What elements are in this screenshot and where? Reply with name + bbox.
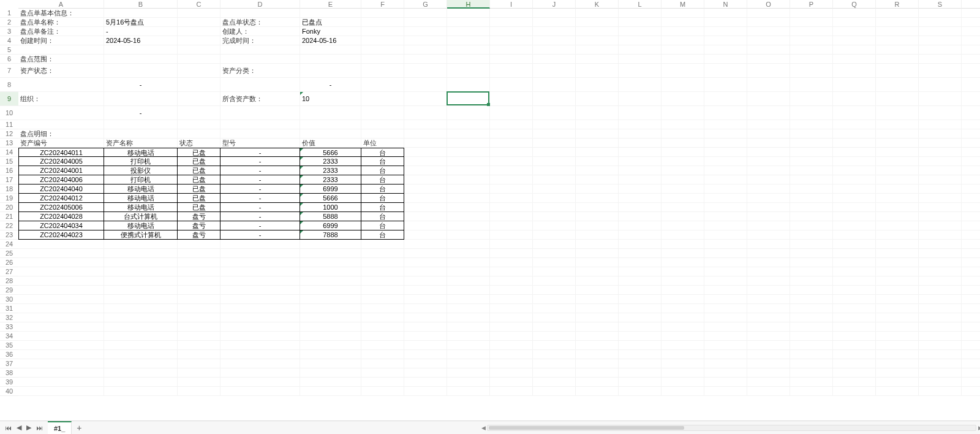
- cell-model[interactable]: -: [221, 230, 300, 240]
- cell-J[interactable]: [533, 55, 576, 64]
- cell-G[interactable]: [404, 295, 447, 304]
- cell-T[interactable]: [962, 203, 980, 212]
- cell-G[interactable]: [404, 258, 447, 267]
- cell-status[interactable]: 盘亏: [178, 230, 221, 240]
- cell-L[interactable]: [619, 92, 662, 106]
- cell-S[interactable]: [919, 276, 962, 286]
- cell-name[interactable]: 移动电话: [104, 203, 178, 212]
- cell-N[interactable]: [704, 368, 747, 378]
- cell-P[interactable]: [790, 139, 833, 148]
- row-header-9[interactable]: 9: [0, 92, 18, 106]
- cell-O[interactable]: [747, 55, 790, 64]
- cell-F[interactable]: [361, 249, 404, 258]
- cell-O[interactable]: [747, 258, 790, 267]
- cell-K[interactable]: [576, 148, 619, 157]
- cell-value[interactable]: 5666: [300, 148, 361, 157]
- cell-I[interactable]: [490, 221, 533, 230]
- cell-L[interactable]: [619, 185, 662, 194]
- cell-A[interactable]: [18, 45, 104, 55]
- cell-N[interactable]: [704, 258, 747, 267]
- cell-R[interactable]: [876, 27, 919, 36]
- cell-C[interactable]: [178, 64, 221, 78]
- cell-E[interactable]: [300, 359, 361, 368]
- cell-H[interactable]: [447, 166, 490, 175]
- cell-A[interactable]: [18, 322, 104, 332]
- row-header-15[interactable]: 15: [0, 157, 18, 166]
- row-header-5[interactable]: 5: [0, 45, 18, 55]
- cell-name[interactable]: 移动电话: [104, 221, 178, 230]
- cell-Q[interactable]: [833, 36, 876, 45]
- cell-R[interactable]: [876, 249, 919, 258]
- cell-R[interactable]: [876, 258, 919, 267]
- cell-R[interactable]: [876, 267, 919, 276]
- cell-I[interactable]: [490, 148, 533, 157]
- cell-G[interactable]: [404, 78, 447, 92]
- cell-L[interactable]: [619, 45, 662, 55]
- cell-L[interactable]: [619, 18, 662, 27]
- cell-Q[interactable]: [833, 359, 876, 368]
- cell-C[interactable]: [178, 341, 221, 350]
- cell-model[interactable]: -: [221, 185, 300, 194]
- cell-B[interactable]: [104, 276, 178, 286]
- cell-B[interactable]: [104, 55, 178, 64]
- cell-id[interactable]: ZC202404005: [18, 157, 104, 166]
- col-header-B[interactable]: B: [104, 0, 178, 9]
- cell-name[interactable]: 台式计算机: [104, 212, 178, 221]
- cell-F[interactable]: [361, 322, 404, 332]
- cell-E[interactable]: [300, 267, 361, 276]
- cell-P[interactable]: [790, 378, 833, 387]
- cell-R[interactable]: [876, 175, 919, 185]
- cell-N[interactable]: [704, 55, 747, 64]
- cell-Q[interactable]: [833, 387, 876, 396]
- cell-K[interactable]: [576, 368, 619, 378]
- cell-G[interactable]: [404, 148, 447, 157]
- cell-J[interactable]: [533, 92, 576, 106]
- cell-S[interactable]: [919, 341, 962, 350]
- cell-Q[interactable]: [833, 221, 876, 230]
- cell-F[interactable]: [361, 27, 404, 36]
- cell-G[interactable]: [404, 212, 447, 221]
- cell-R[interactable]: [876, 387, 919, 396]
- cell-G[interactable]: [404, 387, 447, 396]
- cell-I[interactable]: [490, 276, 533, 286]
- cell-id[interactable]: ZC202404023: [18, 230, 104, 240]
- cell-T[interactable]: [962, 322, 980, 332]
- cell-T[interactable]: [962, 258, 980, 267]
- col-header-P[interactable]: P: [790, 0, 833, 9]
- cell-E[interactable]: [300, 304, 361, 313]
- row-header-2[interactable]: 2: [0, 18, 18, 27]
- cell-I[interactable]: [490, 295, 533, 304]
- cell-H[interactable]: [447, 341, 490, 350]
- cell-R[interactable]: [876, 194, 919, 203]
- name-value[interactable]: 5月16号盘点: [104, 18, 178, 27]
- cell-K[interactable]: [576, 378, 619, 387]
- cell-S[interactable]: [919, 92, 962, 106]
- cell-N[interactable]: [704, 194, 747, 203]
- cell-T[interactable]: [962, 27, 980, 36]
- cell-H[interactable]: [447, 18, 490, 27]
- cell-S[interactable]: [919, 350, 962, 359]
- cell-M[interactable]: [662, 322, 704, 332]
- cell-B[interactable]: [104, 350, 178, 359]
- cell-D[interactable]: [221, 350, 300, 359]
- cell-R[interactable]: [876, 139, 919, 148]
- cell-B[interactable]: [104, 249, 178, 258]
- cell-H[interactable]: [447, 359, 490, 368]
- cell-N[interactable]: [704, 322, 747, 332]
- cell-T[interactable]: [962, 157, 980, 166]
- cell-P[interactable]: [790, 359, 833, 368]
- col-header-G[interactable]: G: [404, 0, 447, 9]
- row-header-37[interactable]: 37: [0, 359, 18, 368]
- cell-L[interactable]: [619, 387, 662, 396]
- cell-M[interactable]: [662, 64, 704, 78]
- cell-J[interactable]: [533, 313, 576, 322]
- cell-id[interactable]: ZC202404028: [18, 212, 104, 221]
- cell-P[interactable]: [790, 230, 833, 240]
- cell-G[interactable]: [404, 221, 447, 230]
- col-header-J[interactable]: J: [533, 0, 576, 9]
- cell-J[interactable]: [533, 221, 576, 230]
- cell-N[interactable]: [704, 212, 747, 221]
- cell-M[interactable]: [662, 194, 704, 203]
- cell-A[interactable]: [18, 120, 104, 129]
- cell-C[interactable]: [178, 240, 221, 249]
